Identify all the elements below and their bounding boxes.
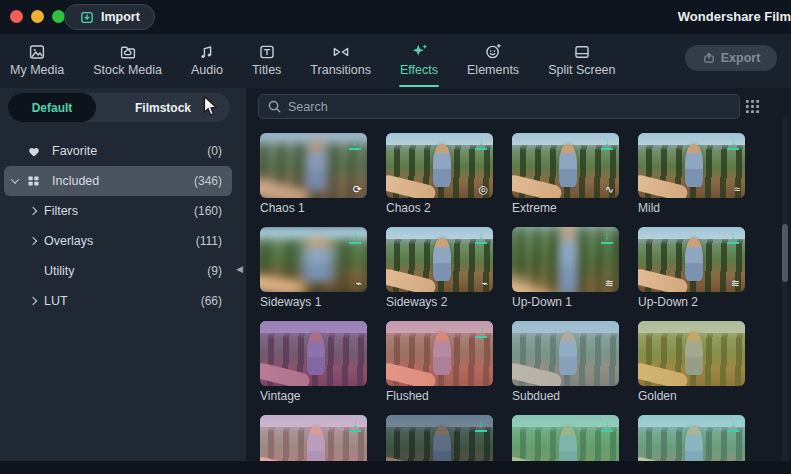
effect-thumbnail[interactable]: ≈↓ <box>638 133 745 198</box>
download-icon[interactable]: ↓ <box>475 324 487 338</box>
effect-name: Mild <box>638 201 745 215</box>
import-download-icon <box>79 10 95 25</box>
export-button[interactable]: Export <box>685 45 777 71</box>
effect-thumbnail[interactable]: ⌁↓ <box>260 227 367 292</box>
source-tab-filmstock[interactable]: Filmstock <box>96 93 230 122</box>
effect-thumbnail[interactable] <box>638 321 745 386</box>
effect-name: Chaos 2 <box>386 201 493 215</box>
download-icon[interactable]: ↓ <box>349 136 361 150</box>
tab-titles[interactable]: Titles <box>250 34 283 88</box>
scrollbar-thumb[interactable] <box>782 224 788 282</box>
sidebar-item-filters[interactable]: Filters(160) <box>4 196 232 226</box>
tab-stock-media[interactable]: Stock Media <box>91 34 164 88</box>
expander <box>22 238 44 244</box>
wave-soft-icon: ≈ <box>734 183 740 195</box>
category-label: Utility <box>44 264 207 278</box>
category-label: Included <box>52 174 194 188</box>
effect-card-sideways-2: ⌁↓Sideways 2 <box>386 227 493 309</box>
expander <box>22 208 44 214</box>
tab-my-media[interactable]: My Media <box>8 34 66 88</box>
effect-card-vintage: Vintage <box>260 321 367 403</box>
smiley-icon <box>484 43 502 61</box>
tab-label: Elements <box>467 63 519 77</box>
download-icon[interactable]: ↓ <box>475 418 487 432</box>
download-icon[interactable]: ↓ <box>601 230 613 244</box>
effect-thumbnail[interactable]: ⟳↓ <box>260 133 367 198</box>
chevron-right-icon[interactable] <box>29 207 37 215</box>
download-icon[interactable]: ↓ <box>349 418 361 432</box>
tab-split-screen[interactable]: Split Screen <box>546 34 617 88</box>
color-tint-overlay <box>638 321 745 386</box>
chevron-down-icon[interactable] <box>11 175 19 183</box>
effect-thumbnail[interactable] <box>260 321 367 386</box>
effect-name: Up-Down 2 <box>638 295 745 309</box>
content-area: DefaultFilmstock Favorite(0)Included(346… <box>0 88 791 474</box>
export-share-icon <box>702 51 716 65</box>
effect-card-mild: ≈↓Mild <box>638 133 745 215</box>
image-icon <box>28 43 46 61</box>
download-icon[interactable]: ↓ <box>727 230 739 244</box>
import-button[interactable]: Import <box>64 4 155 30</box>
effect-name: Sideways 1 <box>260 295 367 309</box>
tab-label: Split Screen <box>548 63 615 77</box>
title-bar: Import Wondershare Film <box>0 0 791 34</box>
chevron-right-icon[interactable] <box>29 297 37 305</box>
effect-name: Up-Down 1 <box>512 295 619 309</box>
effect-thumbnail[interactable]: ≋↓ <box>638 227 745 292</box>
download-icon[interactable]: ↓ <box>475 230 487 244</box>
sidebar-item-overlays[interactable]: Overlays(111) <box>4 226 232 256</box>
sparkle-icon <box>410 43 429 61</box>
download-icon[interactable]: ↓ <box>727 136 739 150</box>
scrollbar[interactable] <box>782 116 788 472</box>
effect-card-extreme: ∿↓Extreme <box>512 133 619 215</box>
download-icon[interactable]: ↓ <box>475 136 487 150</box>
filmora-window: Import Wondershare Film My MediaStock Me… <box>0 0 791 474</box>
icon-slot <box>26 144 52 158</box>
pulse-icon: ⌁ <box>355 277 362 289</box>
sidebar-item-included[interactable]: Included(346) <box>4 166 232 196</box>
effect-card-chaos-1: ⟳↓Chaos 1 <box>260 133 367 215</box>
effect-thumbnail[interactable] <box>512 321 619 386</box>
category-count: (0) <box>207 144 222 158</box>
effect-card-up-down-2: ≋↓Up-Down 2 <box>638 227 745 309</box>
tab-audio[interactable]: Audio <box>189 34 225 88</box>
effect-card-golden: Golden <box>638 321 745 403</box>
pulse-icon: ⌁ <box>481 277 488 289</box>
sidebar-item-lut[interactable]: LUT(66) <box>4 286 232 316</box>
download-icon[interactable]: ↓ <box>601 136 613 150</box>
effect-thumbnail[interactable]: ↓ <box>386 321 493 386</box>
expander <box>4 178 26 184</box>
folder-cloud-icon <box>119 43 137 61</box>
effect-name: Flushed <box>386 389 493 403</box>
sidebar-item-favorite[interactable]: Favorite(0) <box>4 136 232 166</box>
effect-thumbnail[interactable]: ≋↓ <box>512 227 619 292</box>
tab-transitions[interactable]: Transitions <box>308 34 373 88</box>
download-icon[interactable]: ↓ <box>601 418 613 432</box>
sidebar-collapse-icon[interactable]: ◀ <box>236 264 243 274</box>
minimize-button[interactable] <box>31 10 44 23</box>
tab-label: Transitions <box>310 63 371 77</box>
category-count: (160) <box>194 204 222 218</box>
tab-elements[interactable]: Elements <box>465 34 521 88</box>
effects-sidebar: DefaultFilmstock Favorite(0)Included(346… <box>0 88 246 474</box>
search-bar[interactable] <box>258 94 740 119</box>
source-tab-default[interactable]: Default <box>8 93 96 122</box>
close-button[interactable] <box>10 10 23 23</box>
tab-label: Titles <box>252 63 281 77</box>
swirl-icon: ◎ <box>478 183 488 195</box>
effect-thumbnail[interactable]: ⌁↓ <box>386 227 493 292</box>
tab-effects[interactable]: Effects <box>398 34 440 88</box>
effect-thumbnail[interactable]: ∿↓ <box>512 133 619 198</box>
download-icon[interactable]: ↓ <box>727 418 739 432</box>
icon-slot <box>26 174 52 188</box>
effect-card-chaos-2: ◎↓Chaos 2 <box>386 133 493 215</box>
download-icon[interactable]: ↓ <box>349 230 361 244</box>
chevron-right-icon[interactable] <box>29 237 37 245</box>
category-count: (111) <box>196 234 222 248</box>
wave-strong-icon: ∿ <box>605 183 614 195</box>
sidebar-item-utility[interactable]: Utility(9) <box>4 256 232 286</box>
category-label: LUT <box>44 294 201 308</box>
grid-view-icon[interactable] <box>744 98 761 115</box>
effect-thumbnail[interactable]: ◎↓ <box>386 133 493 198</box>
search-input[interactable] <box>288 100 731 114</box>
